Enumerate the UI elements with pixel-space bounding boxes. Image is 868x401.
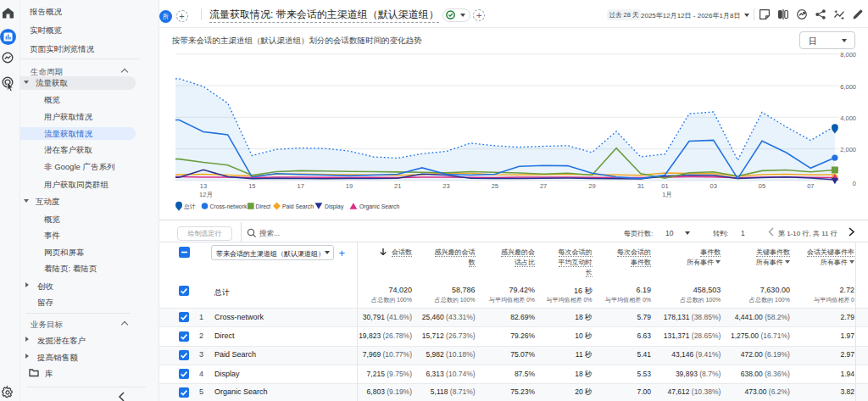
svg-text:27: 27 — [540, 182, 547, 190]
svg-text:Direct: Direct — [256, 203, 271, 209]
svg-text:0: 0 — [853, 180, 856, 187]
svg-text:05: 05 — [759, 182, 765, 190]
svg-text:Paid Search: Paid Search — [282, 203, 314, 209]
svg-text:07: 07 — [807, 182, 814, 190]
svg-text:Organic Search: Organic Search — [359, 203, 399, 210]
svg-text:01: 01 — [661, 182, 668, 190]
svg-text:19: 19 — [346, 182, 353, 190]
svg-text:总计: 总计 — [183, 203, 196, 209]
svg-text:21: 21 — [394, 182, 401, 190]
svg-text:03: 03 — [710, 182, 717, 190]
svg-text:29: 29 — [588, 182, 595, 190]
svg-text:25: 25 — [492, 182, 498, 190]
svg-text:1月: 1月 — [662, 191, 672, 198]
svg-text:31: 31 — [637, 182, 644, 190]
svg-text:6,000: 6,000 — [840, 83, 856, 91]
svg-text:17: 17 — [298, 182, 304, 190]
svg-text:Display: Display — [325, 203, 344, 210]
svg-text:13: 13 — [200, 182, 207, 190]
svg-text:12月: 12月 — [199, 191, 213, 198]
svg-text:15: 15 — [248, 182, 255, 190]
svg-text:4,000: 4,000 — [840, 114, 856, 122]
svg-text:8,000: 8,000 — [840, 51, 856, 58]
svg-text:Cross-network: Cross-network — [210, 203, 248, 209]
svg-text:2,000: 2,000 — [840, 146, 856, 153]
svg-text:23: 23 — [442, 182, 449, 190]
